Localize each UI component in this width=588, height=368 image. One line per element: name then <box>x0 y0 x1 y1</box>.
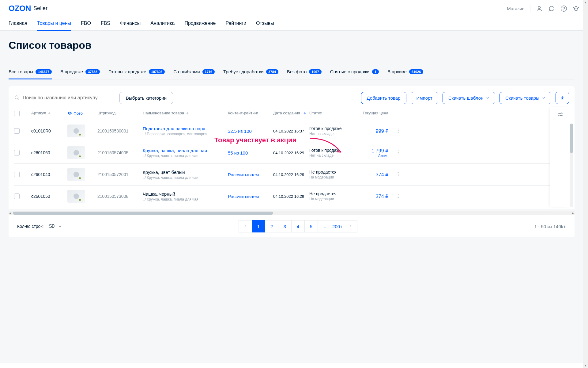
filter-tab-1[interactable]: В продаже37538 <box>60 66 100 79</box>
help-icon[interactable] <box>560 5 567 12</box>
price-value: 999 ₽ <box>376 128 388 134</box>
product-name[interactable]: Кружка, чашка, пиала для чая <box>143 148 225 153</box>
row-checkbox[interactable] <box>14 128 20 134</box>
page-3[interactable]: 3 <box>278 220 292 232</box>
page-1[interactable]: 1 <box>252 220 265 232</box>
nav-item-4[interactable]: Финансы <box>120 17 141 30</box>
cell-photo <box>67 146 95 159</box>
nav-item-2[interactable]: FBO <box>81 17 91 30</box>
th-photo[interactable]: Фото <box>67 111 95 116</box>
cell-name: Кружка, чашка, пиала для чая ../ Кружка,… <box>143 148 225 158</box>
filter-tab-3[interactable]: С ошибками1716 <box>173 66 215 79</box>
download-template-button[interactable]: Скачать шаблон <box>443 92 495 104</box>
table-vscroll[interactable] <box>570 124 573 207</box>
filter-tab-5[interactable]: Без фото1967 <box>287 66 322 79</box>
page-2[interactable]: 2 <box>265 220 278 232</box>
page-scrollbar[interactable]: ▲ ▼ <box>583 0 588 363</box>
row-menu-button[interactable] <box>395 128 401 134</box>
sort-icon <box>186 111 189 115</box>
cell-barcode: 2100150530001 <box>97 128 140 133</box>
table-settings-button[interactable] <box>557 111 564 118</box>
row-checkbox[interactable] <box>14 194 20 199</box>
cell-price[interactable]: 1 799 ₽ Акция <box>355 148 388 158</box>
nav-item-6[interactable]: Продвижение <box>184 17 216 30</box>
nav-item-8[interactable]: Отзывы <box>256 17 274 30</box>
rows-select[interactable]: 50 <box>49 224 62 229</box>
scroll-up-icon[interactable]: ▲ <box>583 0 588 5</box>
page-prev[interactable] <box>239 220 252 232</box>
row-checkbox[interactable] <box>14 150 20 155</box>
page-...[interactable]: ... <box>318 220 331 232</box>
filter-tab-4[interactable]: Требует доработки3784 <box>223 66 278 79</box>
pagination-bar: Кол-во строк: 50 12345...200+ 1 - 50 из … <box>9 215 575 237</box>
svg-point-14 <box>398 174 398 174</box>
product-thumb[interactable] <box>67 168 85 181</box>
logo-seller: Seller <box>33 5 47 12</box>
download-icon-button[interactable] <box>556 92 569 104</box>
download-template-label: Скачать шаблон <box>448 95 483 101</box>
store-link[interactable]: Магазин <box>507 6 525 11</box>
download-products-button[interactable]: Скачать товары <box>499 92 551 104</box>
page-4[interactable]: 4 <box>291 220 305 232</box>
table-row: c01010R0 2100150530001 Подставка для вар… <box>14 120 569 142</box>
nav-item-7[interactable]: Рейтинги <box>225 17 246 30</box>
nav-item-0[interactable]: Главная <box>9 17 27 30</box>
filter-tab-7[interactable]: В архиве61026 <box>387 66 423 79</box>
svg-point-3 <box>15 96 18 99</box>
nav-item-1[interactable]: Товары и цены <box>37 17 71 30</box>
page-next[interactable] <box>344 220 357 232</box>
page-5[interactable]: 5 <box>304 220 318 232</box>
cell-barcode: 2100150572001 <box>97 172 140 177</box>
svg-point-15 <box>398 175 398 176</box>
row-menu-button[interactable] <box>395 171 401 178</box>
chat-icon[interactable] <box>548 5 555 12</box>
cell-price[interactable]: 999 ₽ <box>355 128 388 134</box>
product-thumb[interactable] <box>67 125 85 137</box>
table-hscroll[interactable]: ◀ ▶ <box>9 211 575 215</box>
categories-button[interactable]: Выбрать категории <box>119 92 173 104</box>
th-name[interactable]: Наименование товара <box>143 111 225 115</box>
status-sub: На модерации <box>309 197 352 201</box>
filter-tab-0[interactable]: Все товары146677 <box>9 66 52 79</box>
profile-icon[interactable] <box>536 5 543 12</box>
badge: 1967 <box>309 69 321 74</box>
th-article[interactable]: Артикул <box>31 111 65 115</box>
row-menu-button[interactable] <box>395 193 401 200</box>
filter-tab-2[interactable]: Готовы к продаже107605 <box>108 66 165 79</box>
cell-price[interactable]: 374 ₽ <box>355 194 388 199</box>
cell-rating[interactable]: Рассчитываем <box>228 194 271 199</box>
product-name[interactable]: Подставка для варки на пару <box>143 126 225 131</box>
row-checkbox[interactable] <box>14 172 20 177</box>
vscroll-thumb[interactable] <box>570 124 573 153</box>
svg-point-8 <box>398 130 398 131</box>
hscroll-left-icon[interactable]: ◀ <box>9 212 11 215</box>
add-product-button[interactable]: Добавить товар <box>361 92 406 104</box>
nav-item-3[interactable]: FBS <box>101 17 110 30</box>
price-value: 374 ₽ <box>376 194 388 199</box>
svg-point-5 <box>559 115 560 116</box>
import-button[interactable]: Импорт <box>411 92 438 104</box>
product-thumb[interactable] <box>67 146 85 159</box>
education-icon[interactable] <box>573 5 579 12</box>
select-all-checkbox[interactable] <box>14 111 20 116</box>
sort-icon <box>47 111 51 115</box>
row-menu-button[interactable] <box>395 150 401 156</box>
hscroll-right-icon[interactable]: ▶ <box>572 212 574 215</box>
table-header: Артикул Фото Штрихкод Наименование товар… <box>14 107 569 120</box>
cell-name: Кружка, цвет белый ../ Кружка, чашка, пи… <box>143 170 225 180</box>
cell-price[interactable]: 374 ₽ <box>355 172 388 178</box>
filter-tab-6[interactable]: Снятые с продажи1 <box>330 66 379 79</box>
logo[interactable]: OZON Seller <box>9 4 47 13</box>
nav-item-5[interactable]: Аналитика <box>150 17 175 30</box>
cell-rating[interactable]: Рассчитываем <box>228 172 271 177</box>
page-200+[interactable]: 200+ <box>331 220 344 232</box>
search-wrap <box>14 95 115 101</box>
cell-rating[interactable]: 32.5 из 100 <box>228 128 271 134</box>
product-thumb[interactable] <box>67 190 85 203</box>
search-input[interactable] <box>23 95 115 101</box>
svg-point-12 <box>398 154 398 154</box>
download-products-label: Скачать товары <box>505 95 539 101</box>
cell-rating[interactable]: 55 из 100 <box>228 150 271 155</box>
th-date[interactable]: Дата создания <box>273 111 307 115</box>
hscroll-thumb[interactable] <box>13 212 273 215</box>
